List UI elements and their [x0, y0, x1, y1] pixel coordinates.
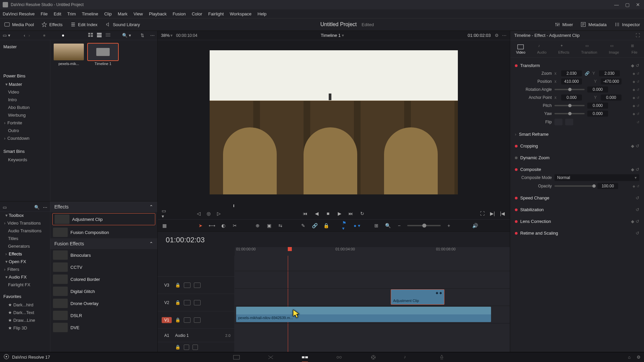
- fx-item-adjustment-clip[interactable]: Adjustment Clip: [52, 213, 155, 225]
- menu-file[interactable]: File: [41, 11, 48, 16]
- lock-icon[interactable]: 🔒: [175, 300, 180, 305]
- page-media[interactable]: [233, 354, 240, 360]
- reset-button[interactable]: ↺: [637, 88, 639, 92]
- flip-h-button[interactable]: [554, 119, 562, 125]
- section-cropping[interactable]: Cropping◆ ↺: [515, 142, 639, 150]
- section-speed-change[interactable]: Speed Change↺: [515, 194, 639, 202]
- fx-fairlight[interactable]: Fairlight FX: [0, 281, 50, 289]
- page-deliver[interactable]: [438, 354, 445, 360]
- menu-clip[interactable]: Clip: [104, 11, 112, 16]
- blade-edit-button[interactable]: ✎: [300, 222, 307, 229]
- fx-audio-transitions[interactable]: Audio Transitions: [0, 227, 50, 235]
- keyframe-button[interactable]: ◆: [633, 104, 635, 108]
- bin-fortnite[interactable]: ›Fortnite: [0, 119, 50, 127]
- pos-x-field[interactable]: 410.000: [561, 78, 582, 84]
- bin-outro[interactable]: Outro: [0, 127, 50, 134]
- reset-button[interactable]: ↺: [637, 120, 639, 124]
- edit-index-toggle[interactable]: Edit Index: [70, 21, 98, 27]
- media-pool-toggle[interactable]: Media Pool: [4, 21, 34, 27]
- fx-openfx[interactable]: ▾Open FX: [0, 258, 50, 265]
- track-enable-toggle[interactable]: [194, 283, 201, 288]
- fav-3[interactable]: ★ Draw...Line: [0, 316, 50, 324]
- metadata-toggle[interactable]: Metadata: [580, 21, 606, 27]
- project-settings-button[interactable]: ⚙: [637, 355, 641, 360]
- fx-toolbox[interactable]: ▾Toolbox: [0, 212, 50, 219]
- fav-4[interactable]: ★ Flip 3D: [0, 324, 50, 332]
- next-clip-button[interactable]: ▶|: [489, 210, 496, 217]
- fx-video-transitions[interactable]: ›Video Transitions: [0, 219, 50, 227]
- menu-playback[interactable]: Playback: [149, 11, 167, 16]
- window-maximize-button[interactable]: ▢: [624, 2, 631, 7]
- prev-clip-button[interactable]: |◀: [499, 210, 506, 217]
- section-stabilization[interactable]: Stabilization↺: [515, 206, 639, 214]
- mute-button[interactable]: [193, 345, 198, 350]
- auto-select-toggle[interactable]: [184, 317, 191, 323]
- lock-button[interactable]: 🔒: [323, 222, 329, 229]
- stop-button[interactable]: ■: [325, 210, 331, 217]
- menu-help[interactable]: Help: [258, 11, 267, 16]
- loop-button[interactable]: ↻: [359, 210, 366, 217]
- menu-trim[interactable]: Trim: [67, 11, 76, 16]
- zoom-in-button[interactable]: +: [445, 222, 452, 229]
- track-enable-toggle[interactable]: [194, 300, 201, 305]
- rotation-field[interactable]: 0.000: [587, 86, 608, 93]
- overwrite-button[interactable]: ▣: [266, 222, 272, 229]
- auto-select-toggle[interactable]: [184, 283, 191, 288]
- anchor-y-field[interactable]: 0.000: [601, 95, 622, 101]
- window-close-button[interactable]: ✕: [635, 2, 641, 7]
- inspector-tab-effects[interactable]: ✦Effects: [558, 44, 569, 54]
- fx-item-fusion-composition[interactable]: Fusion Composition: [50, 226, 157, 238]
- sound-library-toggle[interactable]: Sound Library: [105, 21, 140, 27]
- reset-button[interactable]: ↺: [637, 112, 639, 116]
- fx-section-effects[interactable]: Effects⌃: [50, 201, 157, 212]
- play-button[interactable]: ▶: [336, 210, 343, 217]
- zoom-y-field[interactable]: 2.030: [599, 70, 620, 76]
- go-start-button[interactable]: ⏮: [302, 210, 309, 217]
- track-header-v2[interactable]: V2 🔒: [158, 294, 234, 311]
- track-header-v3[interactable]: V3 🔒: [158, 276, 234, 294]
- reset-button[interactable]: ↺: [637, 80, 639, 83]
- reset-button[interactable]: ↺: [637, 72, 639, 75]
- zoom-to-fit-button[interactable]: ⊞: [373, 222, 380, 229]
- pos-y-field[interactable]: -470.000: [601, 78, 622, 84]
- section-lens-correction[interactable]: Lens Correction◆ ↺: [515, 218, 639, 225]
- track-row-v3[interactable]: [235, 271, 510, 288]
- rotation-slider[interactable]: [554, 89, 585, 90]
- menu-workspace[interactable]: Workspace: [230, 11, 252, 16]
- fx-item-binoculars[interactable]: Binoculars: [50, 249, 157, 261]
- fx-filters[interactable]: ›Filters: [0, 265, 50, 273]
- menu-timeline[interactable]: Timeline: [82, 11, 98, 16]
- flip-v-button[interactable]: [565, 119, 573, 125]
- fx-item-dve[interactable]: DVE: [50, 321, 157, 334]
- mixer-toggle[interactable]: Mixer: [554, 21, 573, 27]
- viewer-scrubber[interactable]: [161, 204, 506, 208]
- timeline-ruler[interactable]: 01:00:00:00 01:00:04:00 01:00:08:00: [235, 247, 510, 256]
- bin-keywords[interactable]: Keywords: [0, 156, 50, 164]
- fullscreen-button[interactable]: ⛶: [479, 210, 486, 217]
- section-transform[interactable]: Transform◆ ↺: [515, 62, 639, 69]
- track-header-a1[interactable]: A1 Audio 1 2.0: [158, 328, 234, 342]
- go-end-button[interactable]: ⏭: [347, 210, 354, 217]
- fav-2[interactable]: ★ Dark...Text: [0, 309, 50, 316]
- track-header-v1[interactable]: V1 🔒: [158, 311, 234, 328]
- fav-1[interactable]: ★ Dark...hird: [0, 301, 50, 309]
- insert-button[interactable]: ⊕: [254, 222, 261, 229]
- reset-button[interactable]: ↺: [637, 96, 639, 100]
- keyframe-icon[interactable]: ◆ ◆: [436, 291, 442, 295]
- yaw-field[interactable]: 0.000: [587, 111, 608, 117]
- viewer-gear-icon[interactable]: ⚙: [495, 33, 499, 38]
- fx-search-button[interactable]: 🔍: [34, 205, 40, 210]
- inspector-tab-file[interactable]: ⊞File: [631, 44, 638, 54]
- lock-icon[interactable]: 🔒: [175, 317, 180, 322]
- section-smart-reframe[interactable]: ›Smart Reframe: [515, 130, 639, 138]
- track-row-v1[interactable]: pexels-mikhail-nilov-6942639.m...: [235, 306, 510, 323]
- media-options-button[interactable]: ⋯: [150, 33, 155, 38]
- keyframe-button[interactable]: ◆: [633, 72, 635, 75]
- link-icon[interactable]: 🔗: [585, 71, 590, 76]
- zoom-out-button[interactable]: −: [396, 222, 402, 229]
- composite-mode-dropdown[interactable]: Normal▾: [554, 174, 639, 181]
- keyframe-button[interactable]: ◆: [633, 184, 635, 188]
- selection-tool[interactable]: ➤: [197, 222, 204, 229]
- audio-monitor-button[interactable]: 🔊: [472, 222, 478, 229]
- track-header-a1-controls[interactable]: 🔒: [158, 342, 234, 352]
